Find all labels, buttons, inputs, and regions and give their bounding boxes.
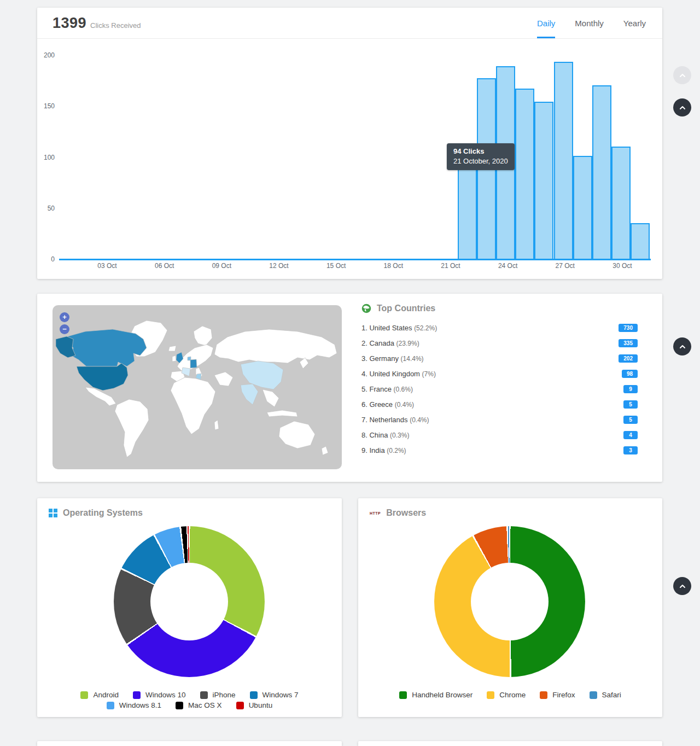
chevron-up-icon [678, 71, 687, 80]
country-label: 5. France (0.6%) [361, 384, 413, 394]
map-madagascar [214, 420, 219, 430]
bar-24-oct[interactable] [515, 89, 534, 260]
browsers-card: HTTP Browsers Handheld BrowserChromeFire… [358, 498, 662, 717]
map-zoom-in-button[interactable]: + [60, 312, 69, 322]
country-row: 7. Netherlands (0.4%)5 [361, 412, 638, 427]
map-mexico [85, 387, 116, 406]
legend-swatch [176, 702, 183, 709]
bar-28-oct[interactable] [592, 85, 611, 260]
scroll-top-button-3[interactable] [673, 577, 691, 595]
map-germany [190, 359, 197, 368]
browsers-donut-chart[interactable] [434, 526, 585, 677]
tooltip-date: 21 October, 2020 [453, 156, 508, 166]
scroll-top-button-2[interactable] [673, 337, 691, 355]
bar-21-oct[interactable] [458, 164, 477, 260]
legend-label: Windows 10 [145, 691, 186, 699]
y-axis-label: 150 [37, 102, 55, 110]
scroll-top-button-disabled[interactable] [673, 66, 691, 84]
country-label: 3. Germany (14.4%) [361, 353, 424, 363]
country-percent: (0.2%) [387, 447, 406, 454]
x-axis-label: 24 Oct [498, 262, 517, 270]
country-percent: (23.9%) [396, 340, 419, 347]
legend-label: Chrome [499, 691, 526, 699]
x-axis-label: 21 Oct [441, 262, 460, 270]
country-row: 6. Greece (0.4%)5 [361, 397, 638, 412]
tooltip-value: 94 Clicks [453, 147, 508, 156]
x-axis-label: 15 Oct [326, 262, 346, 270]
chevron-up-icon [678, 103, 687, 112]
world-map[interactable]: + − [52, 305, 342, 469]
tab-daily[interactable]: Daily [537, 8, 555, 38]
map-canada [68, 329, 147, 366]
clicks-total: 1399 [52, 15, 86, 31]
scroll-top-button-1[interactable] [673, 98, 691, 116]
analytics-dashboard: 1399Clicks Received Daily Monthly Yearly… [0, 0, 700, 746]
country-count-badge: 5 [623, 416, 638, 424]
country-name: 6. Greece [361, 400, 395, 409]
tab-monthly[interactable]: Monthly [575, 8, 604, 38]
country-count-badge: 5 [623, 400, 638, 409]
legend-item-iphone: iPhone [200, 691, 236, 699]
legend-label: Windows 7 [262, 691, 299, 699]
legend-label: Firefox [552, 691, 575, 699]
legend-swatch [487, 691, 494, 699]
country-label: 9. India (0.2%) [361, 445, 406, 455]
legend-item-windows-8.1: Windows 8.1 [107, 701, 161, 709]
country-percent: (0.4%) [410, 416, 429, 424]
legend-item-handheld-browser: Handheld Browser [399, 691, 472, 699]
legend-item-windows-10: Windows 10 [133, 691, 186, 699]
chevron-up-icon [678, 342, 687, 351]
legend-label: Handheld Browser [412, 691, 472, 699]
legend-swatch [236, 702, 244, 709]
country-count-badge: 98 [622, 370, 638, 378]
country-name: 8. China [361, 431, 390, 439]
top-countries-panel: Top Countries 1. United States (52.2%)73… [361, 304, 638, 458]
map-iceland [168, 346, 176, 351]
legend-swatch [399, 691, 407, 699]
browsers-legend: Handheld BrowserChromeFirefoxSafari [358, 691, 662, 699]
partial-card-left [37, 741, 342, 746]
bar-29-oct[interactable] [611, 147, 631, 260]
y-axis-label: 0 [37, 255, 55, 263]
country-name: 7. Netherlands [361, 416, 410, 424]
country-row: 4. United Kingdom (7%)98 [361, 366, 638, 381]
map-united-states [77, 363, 128, 391]
clicks-card-header: 1399Clicks Received Daily Monthly Yearly [37, 8, 662, 39]
map-zoom-out-button[interactable]: − [60, 324, 69, 334]
browsers-title-row: HTTP Browsers [370, 508, 426, 518]
legend-label: Ubuntu [249, 701, 273, 709]
bar-26-oct[interactable] [554, 62, 573, 260]
legend-item-chrome: Chrome [487, 691, 526, 699]
country-row: 2. Canada (23.9%)335 [361, 335, 638, 351]
range-tabs: Daily Monthly Yearly [537, 8, 646, 38]
x-axis-label: 06 Oct [155, 262, 174, 270]
map-new-zealand [322, 446, 328, 455]
partial-card-right [358, 741, 662, 746]
legend-swatch [107, 702, 114, 709]
country-percent: (14.4%) [401, 355, 424, 363]
country-row: 8. China (0.3%)4 [361, 427, 638, 442]
legend-label: Windows 8.1 [119, 701, 161, 709]
chart-tooltip: 94 Clicks 21 October, 2020 [447, 143, 515, 170]
bar-25-oct[interactable] [534, 102, 553, 260]
os-donut-chart[interactable] [114, 526, 265, 677]
browsers-title: Browsers [386, 508, 426, 518]
map-middle-east [214, 372, 233, 386]
country-percent: (7%) [422, 370, 436, 378]
bar-27-oct[interactable] [573, 156, 592, 260]
x-axis-label: 12 Oct [269, 262, 288, 270]
top-countries-card: + − Top Countries 1. United States (52.2… [37, 294, 662, 482]
top-countries-title: Top Countries [377, 304, 435, 313]
legend-swatch [133, 691, 141, 699]
country-list: 1. United States (52.2%)7302. Canada (23… [361, 320, 638, 458]
tab-yearly[interactable]: Yearly [623, 8, 646, 38]
bar-30-oct[interactable] [631, 223, 650, 260]
http-icon: HTTP [370, 511, 381, 515]
country-percent: (52.2%) [414, 324, 437, 332]
legend-item-ubuntu: Ubuntu [236, 701, 273, 709]
map-africa [171, 377, 215, 434]
country-label: 1. United States (52.2%) [361, 323, 437, 333]
legend-item-firefox: Firefox [540, 691, 575, 699]
globe-icon [361, 304, 371, 313]
x-axis-label: 03 Oct [97, 262, 116, 270]
